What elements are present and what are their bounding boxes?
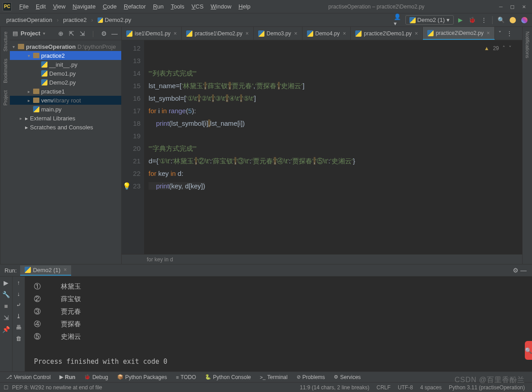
close-icon[interactable]: × bbox=[174, 30, 177, 37]
file-encoding[interactable]: UTF-8 bbox=[394, 384, 417, 391]
ide-updates-icon[interactable] bbox=[508, 15, 518, 25]
crumb-project[interactable]: practiseOperation bbox=[3, 15, 56, 25]
tree-item[interactable]: ▸practise1 bbox=[10, 87, 121, 96]
folder-icon bbox=[33, 98, 39, 103]
run-tab[interactable]: Demo2 (1) × bbox=[20, 265, 71, 276]
clear-icon[interactable]: 🗑 bbox=[16, 335, 21, 342]
stop-icon[interactable]: ■ bbox=[4, 303, 8, 310]
run-button[interactable]: ▶ bbox=[455, 15, 465, 25]
gear-icon[interactable]: ⚙ bbox=[100, 30, 108, 38]
bottom-version-control[interactable]: ⎇Version Control bbox=[3, 373, 54, 381]
hide-icon[interactable]: — bbox=[111, 30, 119, 38]
menu-navigate[interactable]: Navigate bbox=[69, 2, 98, 11]
tree-item[interactable]: __init__.py bbox=[10, 60, 121, 69]
menu-help[interactable]: Help bbox=[235, 2, 254, 11]
bottom-terminal[interactable]: >_Terminal bbox=[256, 373, 291, 381]
bottom-services[interactable]: ⚙Services bbox=[330, 373, 364, 381]
tree-item[interactable]: ▸venv library root bbox=[10, 96, 121, 105]
tree-item[interactable]: ▸▸External Libraries bbox=[10, 114, 121, 123]
warning-icon[interactable]: ▲ bbox=[484, 42, 489, 55]
pin-icon[interactable]: 📌 bbox=[2, 326, 10, 333]
bottom-debug[interactable]: 🐞Debug bbox=[81, 373, 111, 381]
python-interpreter[interactable]: Python 3.11 (practiseOperation) bbox=[445, 384, 528, 391]
editor-tab[interactable]: Demo4.py× bbox=[302, 27, 351, 40]
collapse-all-icon[interactable]: ⇲ bbox=[78, 30, 86, 38]
rail-project[interactable]: Project bbox=[3, 90, 8, 106]
tools-icon[interactable]: 🔧 bbox=[2, 291, 10, 298]
tree-item[interactable]: Demo1.py bbox=[10, 69, 121, 78]
menu-run[interactable]: Run bbox=[150, 2, 167, 11]
indent-setting[interactable]: 4 spaces bbox=[417, 384, 445, 391]
menu-refactor[interactable]: Refactor bbox=[121, 2, 149, 11]
bottom-run[interactable]: ▶Run bbox=[56, 373, 79, 381]
bottom-todo[interactable]: ≡TODO bbox=[172, 373, 200, 381]
notifications-button[interactable]: Notifications bbox=[525, 31, 530, 58]
python-icon bbox=[307, 30, 313, 37]
console-output[interactable]: ① 林黛玉 ② 薛宝钗 ③ 贾元春 ④ 贾探春 ⑤ 史湘云 Process fi… bbox=[25, 277, 532, 371]
editor-tab[interactable]: ise1\Demo1.py× bbox=[122, 27, 182, 40]
tree-item[interactable]: Demo2.py bbox=[10, 78, 121, 87]
soft-wrap-icon[interactable]: ⤶ bbox=[16, 302, 21, 308]
expand-all-icon[interactable]: ⇱ bbox=[68, 30, 76, 38]
close-icon[interactable]: × bbox=[343, 30, 346, 37]
bottom-python-console[interactable]: 🐍Python Console bbox=[201, 373, 255, 381]
hide-icon[interactable]: — bbox=[519, 266, 528, 274]
editor-content[interactable]: 1213141516171819202122💡 23 '''列表方式完成''' … bbox=[122, 40, 522, 254]
search-icon[interactable]: 🔍 bbox=[496, 15, 506, 25]
tree-item[interactable]: ▸Scratches and Consoles bbox=[10, 123, 121, 132]
bulb-icon[interactable]: 💡 bbox=[123, 182, 131, 190]
caret-position[interactable]: 11:9 (14 chars, 2 line breaks) bbox=[296, 384, 373, 391]
menu-edit[interactable]: Edit bbox=[33, 2, 49, 11]
scroll-to-end-icon[interactable]: ⤓ bbox=[16, 313, 21, 320]
minimize-button[interactable]: — bbox=[499, 3, 503, 10]
print-icon[interactable]: 🖶 bbox=[16, 324, 21, 331]
crumb-file[interactable]: Demo2.py bbox=[94, 15, 135, 25]
editor-breadcrumb[interactable]: for key in d bbox=[122, 254, 522, 264]
close-icon[interactable]: × bbox=[415, 30, 418, 37]
menu-code[interactable]: Code bbox=[100, 2, 120, 11]
tabs-overflow-icon[interactable]: ˅ ⋮ bbox=[495, 27, 516, 40]
status-message: PEP 8: W292 no newline at end of file bbox=[9, 384, 106, 391]
editor-tab[interactable]: practice2\Demo1.py× bbox=[351, 27, 423, 40]
debug-button[interactable]: 🐞 bbox=[467, 15, 477, 25]
menu-tools[interactable]: Tools bbox=[168, 2, 187, 11]
code-with-me-icon[interactable] bbox=[519, 15, 529, 25]
up-icon[interactable]: ↑ bbox=[17, 279, 20, 286]
tree-item[interactable]: ▾practice2 bbox=[10, 51, 121, 60]
crumb-folder[interactable]: practice2 bbox=[60, 15, 90, 25]
chevron-down-icon[interactable]: ▾ bbox=[43, 31, 45, 36]
next-highlight-icon[interactable]: ˅ bbox=[509, 42, 511, 55]
gear-icon[interactable]: ⚙ bbox=[511, 266, 519, 274]
maximize-button[interactable]: □ bbox=[511, 3, 514, 10]
tree-root[interactable]: ▾ practiseOperation D:\pythonProje bbox=[10, 42, 121, 51]
tool-label: Debug bbox=[92, 374, 108, 380]
code[interactable]: '''列表方式完成''' lst_name=['林黛玉','薛宝钗','贾元春'… bbox=[144, 40, 522, 254]
rail-bookmarks[interactable]: Bookmarks bbox=[3, 59, 8, 83]
layout-icon[interactable]: ⇲ bbox=[4, 314, 9, 321]
more-run-icon[interactable]: ⋮ bbox=[479, 15, 489, 25]
menu-view[interactable]: View bbox=[50, 2, 68, 11]
close-icon[interactable]: × bbox=[294, 30, 298, 37]
rail-structure[interactable]: Structure bbox=[3, 31, 8, 51]
editor-tab[interactable]: practice2\Demo2.py× bbox=[423, 27, 495, 40]
close-icon[interactable]: × bbox=[246, 30, 249, 37]
rerun-icon[interactable]: ▶ bbox=[4, 279, 9, 286]
editor-tab[interactable]: practise1\Demo2.py× bbox=[182, 27, 254, 40]
user-icon[interactable]: 👤▾ bbox=[394, 15, 404, 25]
tree-item[interactable]: main.py bbox=[10, 105, 121, 114]
editor-tab[interactable]: Demo3.py× bbox=[254, 27, 302, 40]
close-icon[interactable]: × bbox=[64, 267, 67, 273]
close-button[interactable]: ✕ bbox=[522, 3, 526, 10]
bottom-python-packages[interactable]: 📦Python Packages bbox=[114, 373, 170, 381]
down-icon[interactable]: ↓ bbox=[17, 290, 20, 297]
prev-highlight-icon[interactable]: ˄ bbox=[502, 42, 505, 55]
menu-vcs[interactable]: VCS bbox=[188, 2, 207, 11]
bottom-problems[interactable]: ⊘Problems bbox=[293, 373, 329, 381]
menu-window[interactable]: Window bbox=[208, 2, 234, 11]
close-icon[interactable]: × bbox=[487, 30, 490, 36]
inspection-icon[interactable]: ☐ bbox=[4, 384, 9, 391]
locate-icon[interactable]: ⊕ bbox=[57, 30, 65, 38]
line-separator[interactable]: CRLF bbox=[373, 384, 394, 391]
menu-file[interactable]: File bbox=[16, 2, 32, 11]
run-configuration-selector[interactable]: Demo2 (1) ▾ bbox=[405, 15, 454, 25]
